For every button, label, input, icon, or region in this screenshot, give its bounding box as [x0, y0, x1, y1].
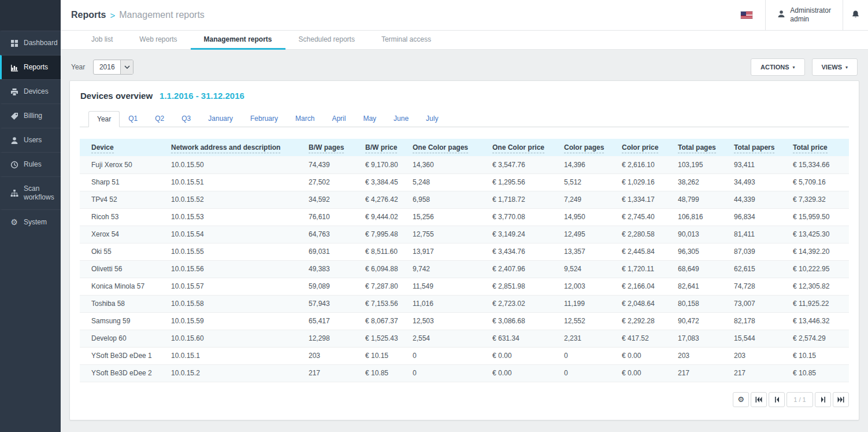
- sidebar-item-label: Devices: [24, 87, 49, 96]
- chevron-down-icon: ▾: [793, 65, 795, 70]
- pagination-last-button[interactable]: [833, 392, 849, 407]
- table-row[interactable]: Develop 6010.0.15.6012,298€ 1,525.432,55…: [80, 330, 849, 347]
- user-icon: [10, 136, 18, 145]
- tag-icon: [10, 112, 18, 120]
- column-sort-label[interactable]: Color price: [622, 143, 658, 153]
- table-row[interactable]: Ricoh 5310.0.15.5376,610€ 9,444.0215,256…: [80, 208, 849, 226]
- table-row[interactable]: YSoft Be3D eDee 110.0.15.1203€ 10.150€ 0…: [80, 347, 849, 364]
- column-sort-label[interactable]: Total papers: [734, 143, 774, 153]
- table-cell: 14,360: [401, 156, 481, 173]
- sidebar-item-devices[interactable]: Devices: [0, 79, 61, 104]
- breadcrumb-page: Management reports: [119, 10, 205, 20]
- sidebar-item-users[interactable]: Users: [0, 128, 61, 152]
- table-cell: € 5,709.16: [781, 173, 849, 191]
- card-title: Devices overview: [80, 91, 153, 101]
- column-sort-label[interactable]: B/W pages: [309, 143, 344, 153]
- period-tab-march[interactable]: March: [287, 110, 323, 127]
- views-button-label: VIEWS: [822, 64, 842, 71]
- sidebar-item-label: Scan workflows: [24, 184, 56, 202]
- pagination-prev-button[interactable]: [769, 392, 785, 407]
- table-cell: € 9,444.02: [354, 208, 401, 226]
- device-name-cell: Sharp 51: [80, 173, 159, 191]
- table-cell: € 0.00: [481, 364, 552, 382]
- chevron-down-icon[interactable]: [120, 60, 133, 74]
- column-sort-label[interactable]: B/W price: [365, 143, 397, 153]
- table-cell: 12,495: [552, 226, 610, 243]
- table-row[interactable]: Toshiba 5810.0.15.5857,943€ 7,153.5611,0…: [80, 295, 849, 312]
- period-tab-q2[interactable]: Q2: [146, 110, 173, 127]
- devices-overview-card: Devices overview 1.1.2016 - 31.12.2016 Y…: [69, 80, 859, 420]
- table-row[interactable]: Konica Minola 5710.0.15.5759,089€ 7,287.…: [80, 278, 849, 295]
- table-cell: € 8,067.37: [354, 312, 401, 330]
- table-row[interactable]: YSoft Be3D eDee 210.0.15.2217€ 10.850€ 0…: [80, 364, 849, 382]
- period-tab-q1[interactable]: Q1: [120, 110, 146, 127]
- language-selector[interactable]: [728, 0, 765, 30]
- period-tab-january[interactable]: January: [199, 110, 242, 127]
- table-cell: € 1,720.11: [610, 260, 666, 278]
- sidebar-item-scan-workflows[interactable]: Scan workflows: [0, 176, 61, 209]
- period-tab-year[interactable]: Year: [88, 111, 120, 127]
- table-cell: 87,039: [722, 243, 781, 260]
- sidebar-logo-area: [0, 0, 61, 31]
- column-sort-label[interactable]: Color pages: [564, 143, 604, 153]
- period-tab-may[interactable]: May: [354, 110, 385, 127]
- table-row[interactable]: Olivetti 5610.0.15.5649,383€ 6,094.889,7…: [80, 260, 849, 278]
- column-sort-label[interactable]: One Color pages: [413, 143, 468, 153]
- sidebar-item-dashboard[interactable]: Dashboard: [0, 31, 61, 55]
- pagination-next-button[interactable]: [815, 392, 831, 407]
- table-cell: € 1,525.43: [354, 330, 401, 347]
- table-cell: 10.0.15.56: [159, 260, 297, 278]
- table-cell: 38,262: [666, 173, 722, 191]
- column-sort-label[interactable]: One Color price: [492, 143, 544, 153]
- pagination-settings-button[interactable]: ⚙: [733, 392, 749, 407]
- column-sort-label[interactable]: Network address and description: [171, 143, 280, 153]
- sidebar-item-rules[interactable]: Rules: [0, 152, 61, 176]
- bar-chart-icon: [10, 64, 18, 72]
- user-menu[interactable]: Administrator admin: [766, 0, 843, 30]
- table-row[interactable]: Fuji Xerox 5010.0.15.5074,439€ 9,170.801…: [80, 156, 849, 173]
- column-sort-label[interactable]: Device: [91, 143, 114, 153]
- period-tab-april[interactable]: April: [323, 110, 354, 127]
- device-name-cell: Samsung 59: [80, 312, 159, 330]
- tab-terminal-access[interactable]: Terminal access: [368, 31, 444, 50]
- period-tab-february[interactable]: February: [242, 110, 287, 127]
- actions-button[interactable]: ACTIONS ▾: [751, 58, 805, 76]
- table-cell: 76,610: [297, 208, 354, 226]
- column-header: Total pages: [666, 139, 722, 156]
- year-select[interactable]: 2016: [93, 60, 133, 75]
- sidebar-item-billing[interactable]: Billing: [0, 104, 61, 128]
- table-cell: € 11,925.22: [781, 295, 849, 312]
- period-tab-july[interactable]: July: [417, 110, 447, 127]
- table-row[interactable]: Oki 5510.0.15.5569,031€ 8,511.6013,917€ …: [80, 243, 849, 260]
- period-tab-june[interactable]: June: [385, 110, 417, 127]
- table-row[interactable]: TPv4 5210.0.15.5234,592€ 4,276.426,958€ …: [80, 191, 849, 208]
- table-cell: € 7,153.56: [354, 295, 401, 312]
- table-row[interactable]: Samsung 5910.0.15.5965,417€ 8,067.3712,5…: [80, 312, 849, 330]
- column-header: Network address and description: [159, 139, 297, 156]
- table-cell: 9,524: [552, 260, 610, 278]
- breadcrumb-section[interactable]: Reports: [71, 10, 106, 20]
- tab-management-reports[interactable]: Management reports: [191, 31, 285, 50]
- table-cell: € 631.34: [481, 330, 552, 347]
- period-tab-q3[interactable]: Q3: [173, 110, 199, 127]
- table-cell: € 417.52: [610, 330, 666, 347]
- table-cell: 73,007: [722, 295, 781, 312]
- notifications-button[interactable]: [843, 0, 868, 30]
- pagination-first-button[interactable]: [751, 392, 767, 407]
- sidebar-item-system[interactable]: ⚙ System: [0, 209, 61, 234]
- views-button[interactable]: VIEWS ▾: [812, 58, 858, 76]
- table-cell: 65,417: [297, 312, 354, 330]
- table-cell: 217: [297, 364, 354, 382]
- tab-web-reports[interactable]: Web reports: [126, 31, 190, 50]
- table-row[interactable]: Sharp 5110.0.15.5127,502€ 3,384.455,248€…: [80, 173, 849, 191]
- actions-button-label: ACTIONS: [761, 64, 789, 71]
- tab-job-list[interactable]: Job list: [78, 31, 126, 50]
- column-sort-label[interactable]: Total pages: [678, 143, 716, 153]
- sidebar-item-reports[interactable]: Reports: [0, 55, 61, 79]
- table-cell: 34,493: [722, 173, 781, 191]
- column-sort-label[interactable]: Total price: [793, 143, 828, 153]
- tab-scheduled-reports[interactable]: Scheduled reports: [285, 31, 368, 50]
- table-cell: 81,411: [722, 226, 781, 243]
- table-row[interactable]: Xerox 5410.0.15.5464,763€ 7,995.4812,755…: [80, 226, 849, 243]
- table-cell: 14,396: [552, 156, 610, 173]
